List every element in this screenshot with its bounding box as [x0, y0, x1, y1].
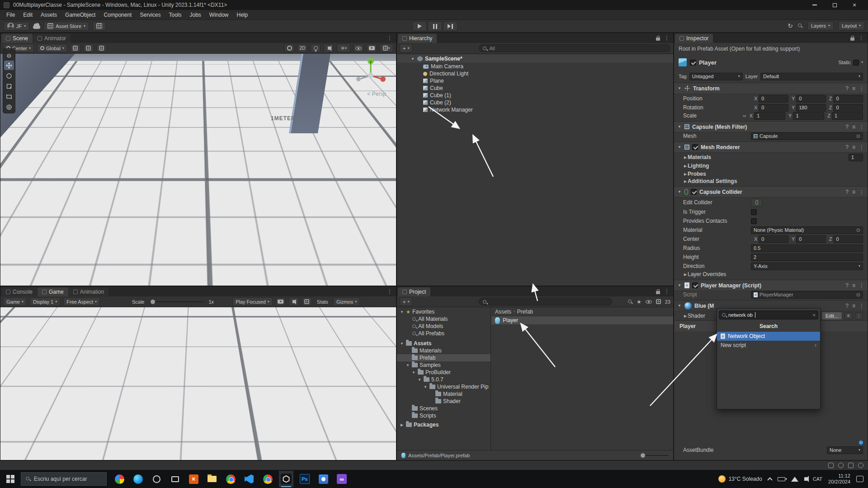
help-icon[interactable]: ?: [845, 282, 849, 289]
rotation-y-field[interactable]: 180: [796, 104, 826, 112]
vsync-button[interactable]: [302, 297, 312, 306]
center-y-field[interactable]: 0: [796, 235, 826, 243]
player-manager-header[interactable]: ▼ Player Manager (Script) ?≡⋮: [674, 280, 868, 291]
snap-move-button[interactable]: [97, 44, 107, 52]
tab-game[interactable]: Game: [38, 287, 68, 296]
clear-search-icon[interactable]: ×: [813, 312, 816, 318]
edit-collider-button[interactable]: [751, 198, 763, 207]
static-checkbox[interactable]: [853, 60, 859, 66]
tree-item[interactable]: All Prefabs: [397, 330, 491, 337]
asset-bundle-dropdown[interactable]: None▾: [827, 446, 863, 454]
notification-dot[interactable]: [859, 441, 863, 445]
lock-icon[interactable]: [850, 38, 854, 41]
presets-icon[interactable]: ≡: [852, 189, 855, 195]
perspective-label[interactable]: < Persp: [367, 91, 386, 97]
materials-row[interactable]: ▶Materials1: [674, 153, 868, 162]
play-button[interactable]: [412, 21, 427, 31]
cortana-button[interactable]: [149, 471, 164, 487]
menu-edit[interactable]: Edit: [19, 11, 36, 19]
edge-button[interactable]: [131, 471, 145, 487]
tag-dropdown[interactable]: Untagged▾: [689, 73, 743, 80]
project-menu-icon[interactable]: ⋮: [664, 288, 670, 295]
stats-button[interactable]: Stats: [315, 299, 330, 305]
account-dropdown[interactable]: JF ▾: [4, 22, 29, 31]
layout-dropdown[interactable]: Layout▾: [838, 21, 864, 30]
slider-knob[interactable]: [641, 453, 645, 458]
hierarchy-item[interactable]: Cube (1): [397, 92, 673, 99]
position-y-field[interactable]: 0: [796, 95, 826, 103]
materials-count-field[interactable]: 1: [849, 154, 863, 161]
center-x-field[interactable]: 0: [759, 235, 788, 243]
hidden-packages-count[interactable]: 23: [665, 299, 670, 305]
menu-window[interactable]: Window: [206, 11, 232, 19]
component-checkbox[interactable]: [692, 144, 698, 150]
more-icon[interactable]: ⋮: [859, 124, 864, 130]
object-picker-icon[interactable]: ⊙: [856, 227, 860, 234]
hierarchy-item[interactable]: Main Camera: [397, 63, 673, 70]
display-dropdown[interactable]: Display 1▾: [30, 297, 60, 306]
tab-console[interactable]: Console: [1, 287, 37, 296]
more-icon[interactable]: ⋮: [859, 144, 864, 150]
popup-item-network-object[interactable]: Network Object: [717, 332, 820, 341]
presets-icon[interactable]: ≡: [852, 85, 855, 92]
photoshop-button[interactable]: Ps: [297, 471, 312, 487]
capsule-collider-header[interactable]: ▼ Capsule Collider ?≡⋮: [674, 187, 868, 197]
object-picker-icon[interactable]: ⊙: [856, 133, 860, 140]
taskbar-search-input[interactable]: Escriu aquí per cercar: [21, 472, 107, 486]
volume-icon[interactable]: [804, 477, 807, 481]
orientation-gizmo[interactable]: y: [353, 56, 389, 92]
layers-dropdown[interactable]: Layers▾: [807, 21, 834, 30]
gizmos-dropdown[interactable]: Gizmos▾: [333, 297, 360, 306]
more-icon[interactable]: ⋮: [859, 85, 864, 92]
tree-item-prefab[interactable]: Prefab: [397, 354, 491, 361]
tab-scene[interactable]: Scene: [1, 34, 33, 43]
rect-tool-button[interactable]: [4, 92, 14, 101]
audio-toggle[interactable]: [324, 44, 334, 52]
tree-item[interactable]: All Materials: [397, 315, 491, 323]
wifi-icon[interactable]: [791, 477, 798, 482]
pinwheel-app-button[interactable]: [112, 471, 127, 487]
asset-store-dropdown[interactable]: Asset Store ▾: [44, 22, 89, 31]
help-icon[interactable]: ?: [845, 85, 849, 92]
rotate-tool-button[interactable]: [4, 71, 14, 80]
cache-status-icon[interactable]: [828, 463, 834, 468]
screenshot-button[interactable]: [276, 297, 286, 306]
hierarchy-item[interactable]: Directional Light: [397, 70, 673, 77]
active-checkbox[interactable]: [690, 60, 696, 66]
inspector-menu-icon[interactable]: ⋮: [859, 35, 864, 41]
project-search-input[interactable]: [479, 298, 612, 305]
rotation-x-field[interactable]: 0: [759, 104, 788, 112]
hierarchy-scene-row[interactable]: ▼ SampleScene*: [397, 55, 673, 63]
collab-status-icon[interactable]: [858, 463, 863, 468]
photos-button[interactable]: [316, 471, 330, 487]
lighting-row[interactable]: ▶Lighting: [674, 162, 868, 170]
snap-increment-button[interactable]: [84, 44, 94, 52]
console-status-icon[interactable]: [848, 463, 854, 468]
cloud-icon[interactable]: [33, 25, 40, 29]
start-button[interactable]: [0, 470, 21, 488]
project-create-dropdown[interactable]: +▾: [400, 297, 412, 306]
aspect-dropdown[interactable]: Free Aspect▾: [63, 297, 100, 306]
help-icon[interactable]: ?: [845, 144, 849, 150]
clock[interactable]: 11:12 20/2/2024: [828, 473, 850, 485]
more-icon[interactable]: ⋮: [859, 282, 864, 289]
tree-item[interactable]: ▼5.0.7: [397, 376, 491, 383]
link-scale-icon[interactable]: ∞: [743, 113, 746, 118]
tab-animation[interactable]: Animation: [69, 287, 108, 296]
unity-taskbar-button[interactable]: [279, 471, 293, 487]
visibility-toggle[interactable]: [354, 44, 363, 52]
menu-help[interactable]: Help: [233, 11, 252, 19]
tree-item[interactable]: Shader: [397, 398, 491, 405]
transform-tool-button[interactable]: [4, 102, 14, 112]
scale-z-field[interactable]: 1: [832, 112, 863, 120]
close-button[interactable]: ×: [844, 0, 864, 10]
tree-item-favorites[interactable]: ▼★Favorites: [397, 308, 491, 315]
transform-header[interactable]: ▼ Transform ?≡⋮: [674, 83, 868, 94]
position-x-field[interactable]: 0: [759, 95, 788, 103]
foldout-open-icon[interactable]: ▼: [410, 57, 415, 61]
object-name[interactable]: Player: [699, 59, 717, 66]
tree-item-assets[interactable]: ▼Assets: [397, 340, 491, 347]
shader-edit-button[interactable]: Edit...: [821, 312, 842, 320]
slider-knob[interactable]: [151, 300, 155, 304]
hierarchy-item[interactable]: Cube: [397, 84, 673, 92]
